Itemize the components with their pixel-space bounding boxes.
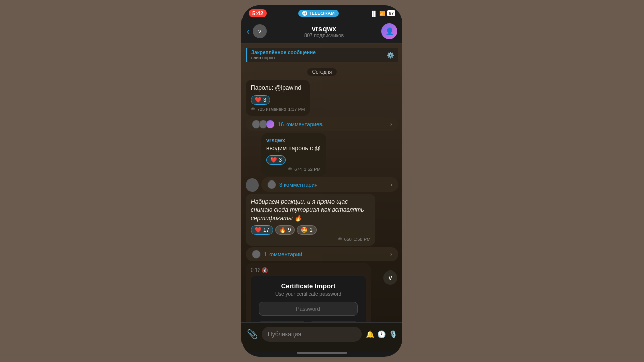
avatar-c1: [267, 180, 276, 189]
msg-text-1: Пароль: @ipawind: [251, 84, 305, 93]
msg-views-3: 658: [344, 237, 352, 242]
avatar-c2: [252, 250, 261, 259]
channel-title: vrsqwx: [270, 25, 378, 33]
eye-icon-3: 👁: [338, 237, 342, 242]
chevron-down-icon: ∨: [388, 274, 393, 282]
reaction-heart-3[interactable]: ❤️ 17: [251, 225, 273, 235]
reactions-3: ❤️ 17 🔥 9 🤩 1: [251, 225, 370, 235]
eye-icon-2: 👁: [288, 167, 292, 172]
comments-bar-1[interactable]: 16 комментариев ›: [246, 117, 398, 131]
attach-icon[interactable]: 📎: [247, 329, 258, 340]
phone-container: 5:42 TELEGRAM ▐▌ 📶 67 ‹ v vrsqwx 807 под…: [242, 5, 403, 357]
comment-avatars-2: [267, 180, 276, 189]
sender-avatar-2: [246, 178, 259, 192]
msg-views-1: 725 изменено: [257, 107, 286, 112]
date-badge: Сегодня: [307, 68, 337, 76]
comments-arrow-1: ›: [390, 121, 392, 128]
comments-text-1: 16 комментариев: [278, 121, 387, 127]
status-time: 5:42: [249, 9, 267, 17]
home-indicator: [297, 352, 347, 354]
bg-right: [403, 0, 644, 362]
signal-icon: ▐▌: [370, 11, 377, 16]
msg-text-3: Набираем реакции, и я прямо щас снимаю с…: [251, 198, 370, 223]
reaction-count-1: 3: [263, 97, 266, 103]
comments-text-2: 3 комментария: [279, 182, 387, 188]
message-bubble-1: Пароль: @ipawind ❤️ 3 👁 725 изменено 1:3…: [246, 80, 310, 116]
pinned-subtitle: слив порно: [251, 55, 316, 60]
comments-arrow-3: ›: [390, 251, 392, 258]
video-header: 0:12 🔇: [251, 267, 366, 273]
header-info: vrsqwx 807 подписчиков: [270, 25, 378, 38]
battery: 67: [387, 10, 395, 16]
message-bubble-2: vrsqwx вводим пароль с @ ❤️ 3 👁 674 1:52…: [261, 133, 326, 176]
cert-import-button[interactable]: Import: [310, 321, 357, 322]
message-input[interactable]: Публикация: [262, 327, 362, 342]
subscriber-count: 807 подписчиков: [270, 33, 378, 38]
pinned-title: Закреплённое сообщение: [251, 50, 316, 55]
telegram-badge: TELEGRAM: [298, 10, 339, 17]
pinned-icon: ⚙️: [387, 52, 394, 59]
bottom-bar: 📎 Публикация 🔔 🕐 🎙️: [242, 322, 403, 352]
bell-icon[interactable]: 🔔: [366, 330, 374, 338]
message-group-2: vrsqwx вводим пароль с @ ❤️ 3 👁 674 1:52…: [246, 133, 398, 192]
cert-import-panel: Certificate Import Use your certificate …: [251, 276, 366, 322]
msg-meta-1: 👁 725 изменено 1:37 PM: [251, 107, 305, 112]
msg-time-3: 1:58 PM: [354, 237, 371, 242]
clock-icon[interactable]: 🕐: [377, 330, 386, 338]
msg-meta-2: 👁 674 1:52 PM: [266, 167, 321, 172]
msg-time-1: 1:37 PM: [288, 107, 305, 112]
reaction-heart-1[interactable]: ❤️ 3: [251, 95, 270, 105]
reaction-heart-2[interactable]: ❤️ 3: [266, 155, 286, 165]
header-small-avatar: v: [253, 24, 267, 38]
reactions-2: ❤️ 3: [266, 155, 321, 165]
wifi-icon: 📶: [379, 11, 385, 16]
channel-avatar[interactable]: 👤: [381, 23, 397, 39]
pinned-info: Закреплённое сообщение слив порно: [251, 50, 316, 60]
video-message: 0:12 🔇 Certificate Import Use your certi…: [246, 263, 371, 322]
eye-icon-1: 👁: [251, 107, 255, 112]
reaction-fire-3[interactable]: 🔥 9: [275, 225, 295, 235]
msg-meta-3: 👁 658 1:58 PM: [251, 237, 370, 242]
msg-sender-2: vrsqwx: [266, 137, 321, 143]
cert-password-input[interactable]: [259, 302, 358, 316]
message-group-1: Пароль: @ipawind ❤️ 3 👁 725 изменено 1:3…: [246, 80, 398, 131]
comment-avatars-1: [252, 120, 275, 129]
comments-arrow-2: ›: [390, 181, 392, 188]
cert-buttons: Cancel Import: [259, 321, 358, 322]
cert-subtitle: Use your certificate password: [259, 291, 358, 297]
heart-emoji: ❤️: [255, 97, 262, 103]
avatar-3: [266, 120, 275, 129]
cert-cancel-button[interactable]: Cancel: [259, 321, 306, 322]
message-group-3: Набираем реакции, и я прямо щас снимаю с…: [246, 194, 398, 261]
status-right: ▐▌ 📶 67: [370, 10, 395, 16]
bg-left: [0, 0, 242, 362]
heart-emoji-2: ❤️: [270, 157, 277, 163]
reaction-count-2: 3: [279, 157, 282, 163]
telegram-label: TELEGRAM: [309, 11, 335, 16]
reactions-1: ❤️ 3: [251, 95, 305, 105]
comment-avatars-3: [252, 250, 261, 259]
comments-bar-2[interactable]: 3 комментария ›: [261, 177, 398, 192]
scroll-down-button[interactable]: ∨: [383, 270, 397, 285]
status-bar: 5:42 TELEGRAM ▐▌ 📶 67: [242, 5, 403, 19]
cert-title: Certificate Import: [259, 282, 358, 290]
comments-text-3: 1 комментарий: [264, 251, 387, 257]
reaction-star-3[interactable]: 🤩 1: [297, 225, 316, 235]
pinned-message-bar[interactable]: Закреплённое сообщение слив порно ⚙️: [246, 48, 398, 62]
bottom-icons: 🔔 🕐 🎙️: [366, 330, 397, 338]
comments-bar-3[interactable]: 1 комментарий ›: [246, 247, 398, 261]
chat-scroll: Закреплённое сообщение слив порно ⚙️ Сег…: [242, 44, 403, 322]
message-bubble-3: Набираем реакции, и я прямо щас снимаю с…: [246, 194, 375, 246]
msg-time-2: 1:52 PM: [304, 167, 321, 172]
mic-icon[interactable]: 🎙️: [389, 330, 397, 338]
back-button[interactable]: ‹: [247, 26, 250, 37]
chat-area: Закреплённое сообщение слив порно ⚙️ Сег…: [242, 44, 403, 322]
msg-text-2: вводим пароль с @: [266, 144, 321, 153]
msg-views-2: 674: [294, 167, 302, 172]
